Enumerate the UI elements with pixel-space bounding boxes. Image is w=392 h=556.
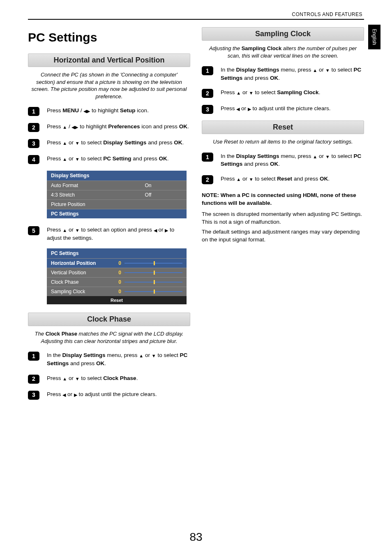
pc-settings-menu: PC Settings Horizontal Position 0 Vertic…: [47, 248, 187, 304]
step-badge: 2: [202, 175, 213, 184]
step-badge: 2: [28, 123, 39, 132]
down-icon: ▼: [249, 177, 254, 182]
slider: 0: [114, 289, 182, 294]
menu-header: PC Settings: [47, 248, 187, 259]
slider-thumb: [154, 290, 155, 294]
cp-step-1: 1 In the Display Settings menu, press ▲ …: [28, 351, 190, 367]
step-badge: 3: [28, 139, 39, 148]
display-settings-menu: Display Settings Auto FormatOn 4:3 Stret…: [47, 171, 187, 218]
sc-step-2: 2 Press ▲ or ▼ to select Sampling Clock.: [202, 88, 364, 98]
hv-step-2: 2 Press ▲ / ◀▶ to highlight Preferences …: [28, 123, 190, 132]
up-icon: ▲: [313, 155, 317, 159]
section-hv-position: Horizontal and Vertical Position: [28, 53, 190, 67]
step-badge: 1: [202, 153, 213, 162]
up-icon: ▲: [139, 354, 143, 358]
slider-thumb: [154, 271, 155, 275]
down-icon: ▼: [325, 155, 330, 159]
menu-item-label: Auto Format: [47, 181, 110, 190]
right-icon: ▶: [248, 107, 251, 111]
sc-step-3: 3 Press ◀ or ▶ to adjust until the pictu…: [202, 104, 364, 114]
menu-item-value: [110, 209, 187, 219]
clock-phase-intro: The Clock Phase matches the PC signal wi…: [31, 330, 187, 345]
down-icon: ▼: [249, 91, 254, 95]
step-badge: 3: [202, 105, 213, 114]
up-icon: ▲: [236, 177, 241, 182]
sc-step-1: 1 In the Display Settings menu, press ▲ …: [202, 66, 364, 82]
section-reset: Reset: [202, 120, 364, 134]
body-text-2: The default settings and adjustment rang…: [202, 228, 364, 244]
slider-track: [125, 272, 182, 273]
cp-step-2: 2 Press ▲ or ▼ to select Clock Phase.: [28, 374, 190, 384]
body-text-1: The screen is disrupted momentarily when…: [202, 211, 364, 226]
down-icon: ▼: [75, 157, 80, 162]
down-icon: ▼: [325, 68, 330, 73]
hv-intro: Connect the PC (as shown in the 'Connect…: [31, 71, 187, 100]
step-badge: 1: [202, 66, 213, 75]
step-badge: 5: [28, 226, 39, 235]
step-badge: 2: [28, 375, 39, 384]
right-icon: ▶: [74, 393, 77, 397]
page-number: 83: [0, 531, 392, 544]
down-icon: ▼: [152, 354, 156, 358]
slider-thumb: [154, 261, 155, 265]
slider-track: [125, 263, 182, 264]
slider-thumb: [154, 280, 155, 284]
running-header: CONTROLS AND FEATURES: [28, 12, 364, 17]
menu-item-value: [110, 200, 187, 209]
step-badge: 1: [28, 352, 39, 361]
slider: 0: [114, 260, 182, 266]
menu-item-label: 4:3 Stretch: [47, 190, 110, 200]
menu-header: Display Settings: [47, 171, 187, 181]
hv-step-1: 1 Press MENU / ◀▶ to highlight Setup ico…: [28, 107, 190, 116]
up-icon: ▲: [62, 228, 67, 233]
up-icon: ▲: [62, 141, 67, 146]
language-tab-label: English: [371, 29, 377, 45]
right-column: Sampling Clock Adjusting the Sampling Cl…: [202, 27, 364, 406]
menu-item-label: Horizontal Position: [47, 259, 110, 268]
right-icon: ▶: [165, 228, 168, 233]
menu-item-label: Clock Phase: [47, 278, 110, 287]
left-right-icon: ◀▶: [83, 109, 90, 114]
step-badge: 2: [202, 89, 213, 98]
page-title: PC Settings: [28, 30, 190, 44]
down-icon: ▼: [75, 228, 80, 233]
section-sampling-clock: Sampling Clock: [202, 27, 364, 41]
reset-step-2: 2 Press ▲ or ▼ to select Reset and press…: [202, 175, 364, 184]
menu-item-label: Picture Position: [47, 200, 110, 209]
hv-step-5: 5 Press ▲ or ▼ to select an option and p…: [28, 226, 190, 242]
reset-intro: Use Reset to return all items to the ori…: [205, 138, 361, 146]
left-column: PC Settings Horizontal and Vertical Posi…: [28, 27, 190, 406]
slider-track: [125, 291, 182, 292]
slider-track: [125, 282, 182, 283]
menu-item-label: Sampling Clock: [47, 287, 110, 297]
slider: 0: [114, 279, 182, 285]
down-icon: ▼: [75, 377, 80, 381]
menu-item-label: PC Settings: [47, 209, 110, 219]
menu-item-value: Off: [110, 190, 187, 200]
up-icon: ▲: [62, 125, 67, 130]
down-icon: ▼: [75, 141, 80, 146]
hdmi-note: NOTE: When a PC is connected using HDMI,…: [202, 192, 364, 207]
slider: 0: [114, 270, 182, 276]
reset-step-1: 1 In the Display Settings menu, press ▲ …: [202, 152, 364, 168]
menu-footer-reset: Reset: [47, 296, 187, 304]
up-icon: ▲: [313, 68, 317, 73]
menu-item-label: Vertical Position: [47, 268, 110, 278]
header-rule: [28, 19, 364, 20]
up-icon: ▲: [62, 157, 67, 162]
hv-step-4: 4 Press ▲ or ▼ to select PC Setting and …: [28, 155, 190, 164]
up-icon: ▲: [236, 91, 241, 95]
step-badge: 4: [28, 155, 39, 164]
left-icon: ◀: [154, 228, 157, 233]
sampling-clock-intro: Adjusting the Sampling Clock alters the …: [205, 45, 361, 59]
language-tab: English: [368, 25, 380, 49]
cp-step-3: 3 Press ◀ or ▶ to adjust until the pictu…: [28, 390, 190, 400]
up-icon: ▲: [62, 377, 67, 381]
left-right-icon: ◀▶: [71, 125, 78, 130]
section-clock-phase: Clock Phase: [28, 313, 190, 326]
step-badge: 3: [28, 391, 39, 400]
hv-step-3: 3 Press ▲ or ▼ to select Display Setting…: [28, 139, 190, 148]
menu-item-value: On: [110, 181, 187, 190]
step-badge: 1: [28, 107, 39, 116]
